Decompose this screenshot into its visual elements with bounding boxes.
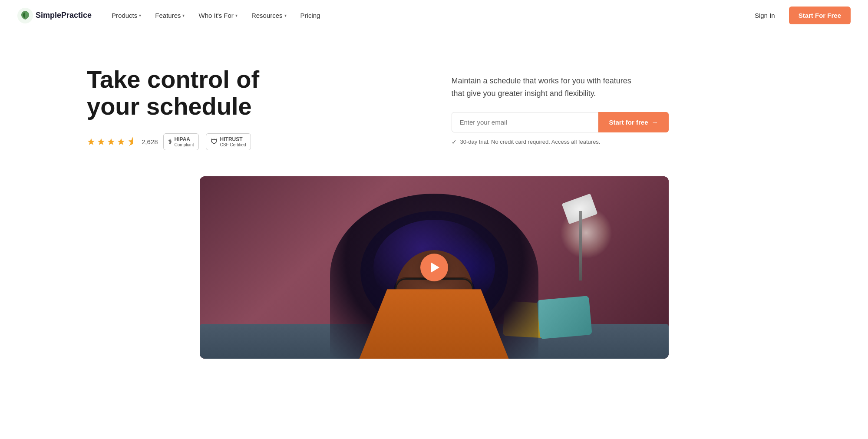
hitrust-icon: 🛡 <box>211 138 218 146</box>
nav-left: SimplePractice Products ▾ Features ▾ Who… <box>17 8 326 23</box>
play-button[interactable] <box>420 254 448 281</box>
hero-section: Take control of your schedule ★ ★ ★ ★ ⯨ … <box>0 31 868 176</box>
hitrust-label: HITRUST <box>220 136 246 142</box>
nav-products[interactable]: Products ▾ <box>106 8 147 23</box>
logo-icon <box>17 8 33 23</box>
star-2: ★ <box>97 136 106 148</box>
hipaa-badge: ⚕ HIPAA Compliant <box>163 133 199 150</box>
trial-text: 30-day trial. No credit card required. A… <box>460 139 601 145</box>
certification-badges: ⚕ HIPAA Compliant 🛡 HITRUST CSF Certifie… <box>163 133 251 150</box>
nav-resources[interactable]: Resources ▾ <box>245 8 293 23</box>
lamp <box>573 198 591 285</box>
star-3: ★ <box>107 136 116 148</box>
logo[interactable]: SimplePractice <box>17 8 92 23</box>
hero-left: Take control of your schedule ★ ★ ★ ★ ⯨ … <box>87 66 417 150</box>
play-icon <box>431 262 439 273</box>
check-icon: ✓ <box>452 139 457 145</box>
star-rating: ★ ★ ★ ★ ⯨ <box>87 136 136 148</box>
features-chevron-icon: ▾ <box>182 13 185 18</box>
hero-title: Take control of your schedule <box>87 66 313 119</box>
svg-point-1 <box>26 12 28 14</box>
hipaa-icon: ⚕ <box>168 138 172 146</box>
hipaa-label: HIPAA <box>175 136 194 142</box>
hipaa-sublabel: Compliant <box>175 142 194 147</box>
ratings-row: ★ ★ ★ ★ ⯨ 2,628 ⚕ HIPAA Compliant 🛡 <box>87 133 417 150</box>
products-chevron-icon: ▾ <box>139 13 141 18</box>
nav-links: Products ▾ Features ▾ Who It's For ▾ Res… <box>106 8 326 23</box>
navbar: SimplePractice Products ▾ Features ▾ Who… <box>0 0 868 31</box>
star-1: ★ <box>87 136 96 148</box>
logo-text: SimplePractice <box>36 11 92 20</box>
trial-note: ✓ 30-day trial. No credit card required.… <box>452 139 782 145</box>
hitrust-badge: 🛡 HITRUST CSF Certified <box>206 133 251 150</box>
resources-chevron-icon: ▾ <box>284 13 287 18</box>
signup-form: Start for free → <box>452 112 669 132</box>
arrow-right-icon: → <box>652 119 658 126</box>
lamp-pole <box>579 211 582 281</box>
nav-cta-button[interactable]: Start For Free <box>789 7 851 24</box>
hitrust-sublabel: CSF Certified <box>220 142 246 147</box>
hero-subtitle: Maintain a schedule that works for you w… <box>452 75 643 100</box>
nav-right: Sign In Start For Free <box>748 7 851 24</box>
star-half: ⯨ <box>127 136 136 148</box>
pillow-teal <box>537 296 592 339</box>
nav-who-its-for[interactable]: Who It's For ▾ <box>192 8 243 23</box>
video-section <box>0 176 868 385</box>
sign-in-link[interactable]: Sign In <box>748 8 782 23</box>
star-4: ★ <box>117 136 125 148</box>
start-free-cta-button[interactable]: Start for free → <box>598 112 668 132</box>
who-chevron-icon: ▾ <box>235 13 238 18</box>
rating-count: 2,628 <box>142 138 158 145</box>
nav-pricing[interactable]: Pricing <box>294 8 327 23</box>
email-input[interactable] <box>452 112 599 132</box>
nav-features[interactable]: Features ▾ <box>149 8 191 23</box>
hero-right: Maintain a schedule that works for you w… <box>452 66 782 145</box>
video-container <box>200 176 669 359</box>
